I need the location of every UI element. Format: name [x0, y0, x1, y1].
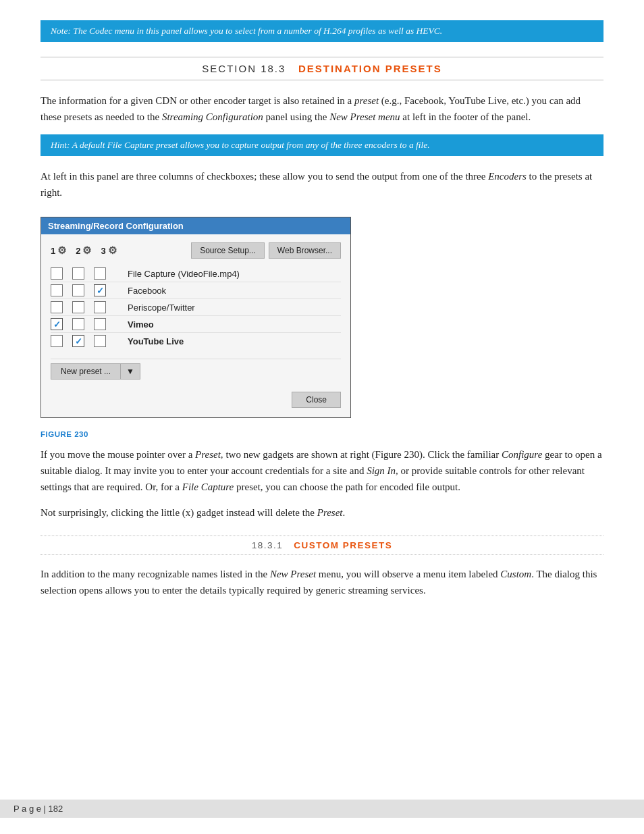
checkbox-3-2[interactable]	[94, 318, 106, 330]
encoder-3-label: 3 ⚙	[101, 244, 116, 257]
web-browser-button[interactable]: Web Browser...	[269, 242, 341, 259]
close-button[interactable]: Close	[292, 392, 341, 408]
panel-top-row: 1 ⚙ 2 ⚙ 3 ⚙ Source Setup... Web Browser.…	[51, 242, 341, 259]
checkbox-2-0[interactable]	[51, 301, 63, 313]
intro-paragraph: The information for a given CDN or other…	[41, 93, 603, 125]
table-row: Periscope/Twitter	[51, 299, 341, 316]
encoder-labels: 1 ⚙ 2 ⚙ 3 ⚙	[51, 244, 165, 257]
table-row: File Capture (VideoFile.mp4)	[51, 265, 341, 282]
top-buttons: Source Setup... Web Browser...	[191, 242, 341, 259]
panel-wrapper: Streaming/Record Configuration 1 ⚙ 2 ⚙ 3…	[41, 217, 351, 418]
checkbox-3-0[interactable]: ✓	[51, 318, 63, 330]
table-row: ✓ YouTube Live	[51, 333, 341, 349]
preset-rows: File Capture (VideoFile.mp4) ✓ Facebook	[51, 265, 341, 349]
checkbox-2-1[interactable]	[72, 301, 84, 313]
custom-paragraph: In addition to the many recognizable nam…	[41, 566, 603, 598]
page-footer: P a g e | 182	[0, 800, 644, 818]
checkbox-4-1[interactable]: ✓	[72, 335, 84, 347]
new-preset-button[interactable]: New preset ...	[51, 363, 121, 380]
body-paragraph-2: Not surprisingly, clicking the little (x…	[41, 504, 603, 521]
preset-name-1: Facebook	[118, 286, 341, 296]
gear-icon-2: ⚙	[82, 244, 91, 257]
table-row: ✓ Vimeo	[51, 316, 341, 333]
panel-title-bar: Streaming/Record Configuration	[41, 217, 350, 234]
hint-text: Hint: A default File Capture preset allo…	[51, 140, 430, 150]
checkbox-0-0[interactable]	[51, 267, 63, 280]
streaming-panel: Streaming/Record Configuration 1 ⚙ 2 ⚙ 3…	[41, 217, 351, 418]
table-row: ✓ Facebook	[51, 282, 341, 299]
checkbox-4-2[interactable]	[94, 335, 106, 347]
at-left-paragraph: At left in this panel are three columns …	[41, 168, 603, 201]
note-box: Note: The Codec menu in this panel allow…	[41, 20, 603, 42]
hint-box: Hint: A default File Capture preset allo…	[41, 134, 603, 156]
sub-section-header: 18.3.1 CUSTOM PRESETS	[41, 536, 603, 555]
checkboxes-row-1: ✓	[51, 284, 118, 296]
new-preset-dropdown[interactable]: ▼	[121, 363, 140, 380]
source-setup-button[interactable]: Source Setup...	[191, 242, 265, 259]
checkbox-2-2[interactable]	[94, 301, 106, 313]
note-text: Note: The Codec menu in this panel allow…	[51, 26, 442, 36]
panel-footer: New preset ... ▼	[51, 359, 341, 380]
section-title: DESTINATION PRESETS	[298, 63, 442, 74]
encoder-2-label: 2 ⚙	[76, 244, 91, 257]
gear-icon-1: ⚙	[57, 244, 66, 257]
checkboxes-row-2	[51, 301, 118, 313]
section-header: SECTION 18.3 DESTINATION PRESETS	[41, 57, 603, 80]
preset-name-3: Vimeo	[118, 319, 341, 330]
sub-section-number: 18.3.1	[252, 540, 284, 550]
preset-name-0: File Capture (VideoFile.mp4)	[118, 269, 341, 279]
checkbox-3-1[interactable]	[72, 318, 84, 330]
checkboxes-row-0	[51, 267, 118, 280]
checkboxes-row-3: ✓	[51, 318, 118, 330]
panel-title: Streaming/Record Configuration	[48, 221, 184, 231]
gear-icon-3: ⚙	[108, 244, 117, 257]
checkbox-4-0[interactable]	[51, 335, 63, 347]
checkbox-1-0[interactable]	[51, 284, 63, 296]
checkbox-0-2[interactable]	[94, 267, 106, 280]
checkbox-1-2[interactable]: ✓	[94, 284, 106, 296]
checkbox-1-1[interactable]	[72, 284, 84, 296]
figure-label: FIGURE 230	[41, 430, 603, 438]
page-number: P a g e | 182	[14, 804, 63, 814]
sub-section-title: CUSTOM PRESETS	[294, 540, 392, 550]
body-paragraph-1: If you move the mouse pointer over a Pre…	[41, 446, 603, 495]
checkbox-0-1[interactable]	[72, 267, 84, 280]
panel-close-row: Close	[51, 388, 341, 408]
preset-name-4: YouTube Live	[118, 336, 341, 346]
encoder-1-label: 1 ⚙	[51, 244, 66, 257]
section-number: SECTION 18.3	[202, 63, 286, 74]
checkboxes-row-4: ✓	[51, 335, 118, 347]
preset-name-2: Periscope/Twitter	[118, 303, 341, 313]
